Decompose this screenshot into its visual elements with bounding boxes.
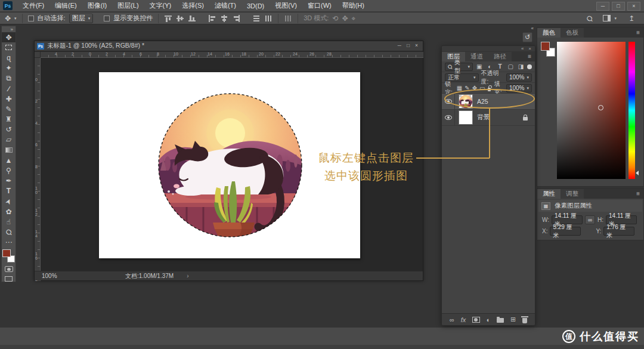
auto-select-checkbox[interactable] (28, 16, 34, 21)
color-field-marker[interactable] (598, 105, 603, 110)
panel-menu-icon[interactable]: ≡ (528, 53, 531, 60)
lock-transparency-icon[interactable]: ▦ (457, 85, 462, 91)
status-arrow-icon[interactable]: › (187, 273, 188, 279)
menu-filter[interactable]: 滤镜(T) (209, 0, 242, 12)
path-select-tool[interactable]: ➤ (2, 196, 16, 206)
history-brush-tool[interactable]: ↺ (2, 125, 16, 135)
window-maximize-button[interactable]: □ (612, 2, 625, 11)
blur-tool[interactable]: ▲ (2, 155, 16, 165)
healing-brush-tool[interactable]: ✚ (2, 94, 16, 104)
window-close-button[interactable]: × (627, 2, 640, 11)
filter-smart-object-icon[interactable]: ◨ (517, 63, 525, 70)
filter-type-dropdown[interactable]: Ϙ 类型 ▾ (445, 63, 473, 71)
distribute-vertical-icon[interactable] (252, 15, 261, 22)
layer-thumbnail[interactable] (459, 110, 473, 125)
workspace-icon[interactable] (603, 15, 611, 21)
tab-channels[interactable]: 通道 (465, 52, 488, 61)
show-transform-checkbox[interactable] (104, 16, 110, 21)
tab-swatches[interactable]: 色板 (561, 28, 584, 38)
menu-3d[interactable]: 3D(D) (242, 0, 270, 12)
opacity-field[interactable]: 100% ▾ (506, 73, 532, 82)
pen-tool[interactable]: ✒ (2, 176, 16, 186)
gradient-tool[interactable] (2, 145, 16, 155)
eraser-tool[interactable]: ▱ (2, 135, 16, 145)
align-horizontal-center-icon[interactable] (220, 15, 228, 22)
shape-tool[interactable]: ✿ (2, 206, 16, 217)
filter-toggle-icon[interactable] (527, 64, 532, 69)
menu-view[interactable]: 视图(V) (270, 0, 302, 12)
crop-tool[interactable]: ⧉ (2, 73, 16, 84)
color-field[interactable] (557, 42, 626, 179)
align-vertical-center-icon[interactable] (176, 15, 184, 22)
layer-style-icon[interactable]: fx (461, 316, 466, 323)
y-field[interactable]: 1.76 厘米 (603, 227, 634, 236)
foreground-color-swatch[interactable] (2, 249, 11, 257)
doc-close-button[interactable]: × (415, 42, 418, 48)
link-layers-icon[interactable]: ∞ (450, 316, 454, 323)
add-mask-icon[interactable] (472, 317, 480, 323)
delete-layer-icon[interactable] (522, 318, 527, 323)
move-tool[interactable]: ✥ (2, 32, 16, 42)
share-icon[interactable]: ↥ (628, 14, 634, 23)
x-field[interactable]: 5.29 厘米 (550, 227, 581, 236)
layer-row-background[interactable]: 背景 (442, 110, 535, 126)
new-layer-icon[interactable]: ⊞ (510, 316, 516, 323)
auto-select-target-dropdown[interactable]: 图层 ▾ (69, 14, 94, 23)
menu-edit[interactable]: 编辑(E) (49, 0, 82, 12)
document-title-bar[interactable]: Ps 未标题-1 @ 100% (A25, RGB/8#) * ─ □ × (35, 41, 423, 51)
menu-image[interactable]: 图像(I) (82, 0, 112, 12)
quick-mask-button[interactable] (5, 266, 13, 272)
3d-dolly-icon[interactable]: ⌖ (351, 14, 355, 23)
3d-orbit-icon[interactable]: ⟲ (332, 14, 338, 23)
doc-minimize-button[interactable]: ─ (398, 42, 401, 48)
panel-collapse-icon[interactable]: « (521, 46, 524, 51)
type-tool[interactable]: T (2, 186, 16, 196)
vertical-ruler[interactable]: 0 2 4 6 8 10 12 14 16 18 (35, 58, 41, 281)
menu-help[interactable]: 帮助(H) (337, 0, 370, 12)
tab-properties[interactable]: 属性 (537, 189, 561, 199)
menu-window[interactable]: 窗口(W) (302, 0, 337, 12)
visibility-toggle[interactable] (442, 110, 455, 125)
search-icon[interactable]: Ϙ (584, 13, 595, 23)
brush-tool[interactable]: ✎ (2, 104, 16, 114)
tab-adjustments[interactable]: 调整 (561, 189, 584, 199)
hue-slider[interactable] (628, 42, 635, 179)
dock-collapse-icon[interactable]: « (522, 26, 535, 31)
layer-name[interactable]: 背景 (477, 113, 490, 122)
distribute-spacing-icon[interactable] (284, 15, 292, 22)
panel-close-icon[interactable]: × (528, 46, 531, 51)
chevron-down-icon[interactable]: ▾ (614, 16, 617, 21)
hand-tool[interactable]: ☝ (2, 217, 16, 227)
distribute-horizontal-icon[interactable] (264, 15, 273, 22)
quick-selection-tool[interactable]: ✦ (2, 63, 16, 73)
window-minimize-button[interactable]: ─ (596, 2, 609, 11)
tab-paths[interactable]: 路径 (488, 52, 512, 61)
foreground-color-swatch[interactable] (541, 42, 550, 51)
doc-maximize-button[interactable]: □ (407, 42, 410, 48)
zoom-level-field[interactable]: 100% (42, 273, 75, 279)
menu-file[interactable]: 文件(F) (17, 0, 49, 12)
panel-menu-icon[interactable]: ≡ (636, 29, 640, 36)
dodge-tool[interactable]: ⚲ (2, 165, 16, 175)
chevron-down-icon[interactable]: ▾ (14, 16, 17, 21)
zoom-tool[interactable]: Ϙ (2, 227, 16, 237)
menu-layer[interactable]: 图层(L) (112, 0, 144, 12)
tab-color[interactable]: 颜色 (537, 28, 561, 38)
history-panel-icon[interactable]: ↺ (522, 32, 532, 42)
horizontal-ruler[interactable]: 4 2 0 2 4 6 8 10 12 14 16 18 20 22 24 26… (41, 52, 423, 58)
marquee-tool[interactable] (2, 42, 16, 52)
menu-type[interactable]: 文字(Y) (144, 0, 177, 12)
adjustment-layer-icon[interactable]: ◐ (487, 316, 491, 323)
menu-select[interactable]: 选择(S) (177, 0, 209, 12)
cat-illustration[interactable] (157, 92, 304, 239)
screen-mode-button[interactable] (5, 276, 13, 282)
3d-pan-icon[interactable]: ✥ (342, 14, 348, 23)
align-left-icon[interactable] (208, 15, 216, 22)
align-right-icon[interactable] (232, 15, 240, 22)
eyedropper-tool[interactable]: ∕ (2, 84, 16, 94)
align-top-icon[interactable] (164, 15, 172, 22)
panel-menu-icon[interactable]: ≡ (636, 190, 640, 197)
filter-shape-icon[interactable]: ▢ (506, 63, 514, 70)
edit-toolbar-button[interactable]: ⋯ (2, 237, 16, 248)
lasso-tool[interactable]: ɋ (2, 52, 16, 63)
